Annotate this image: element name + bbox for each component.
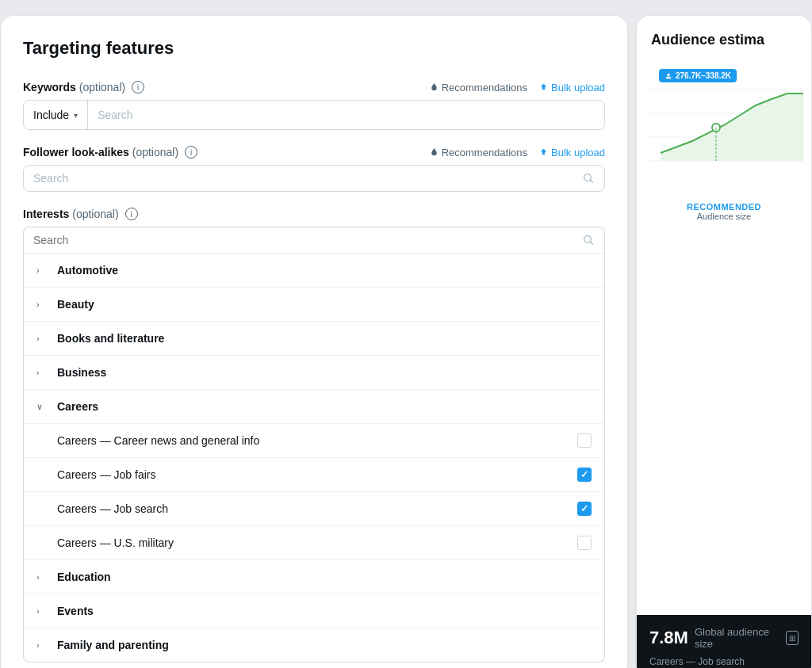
- interest-sub-name-job-fairs: Careers — Job fairs: [57, 468, 577, 481]
- tooltip-label: Global audience size: [695, 626, 779, 650]
- interests-section: Interests (optional) i: [23, 208, 605, 662]
- audience-size-label: RECOMMENDED Audience size: [637, 200, 811, 227]
- interests-optional: (optional): [72, 208, 118, 220]
- chevron-down-icon-careers: ∨: [36, 402, 48, 412]
- chevron-right-icon-3: ›: [36, 334, 48, 343]
- interest-sub-item-career-news[interactable]: Careers — Career news and general info: [24, 424, 604, 458]
- panel-title: Targeting features: [23, 38, 605, 59]
- follower-lookalikes-section: Follower look-alikes (optional) i Recomm…: [23, 146, 605, 192]
- flame-icon: [429, 82, 439, 93]
- chevron-right-icon-2: ›: [36, 300, 48, 309]
- interest-item-beauty[interactable]: › Beauty: [24, 288, 604, 322]
- chevron-right-icon-4: ›: [36, 368, 48, 377]
- interest-item-careers[interactable]: ∨ Careers: [24, 390, 604, 424]
- keywords-section: Keywords (optional) i Recommendations: [23, 81, 605, 130]
- page-container: Targeting features Keywords (optional) i: [1, 16, 811, 668]
- interest-item-automotive[interactable]: › Automotive: [24, 254, 604, 288]
- interests-search-container: [23, 227, 605, 254]
- interest-name-beauty: Beauty: [57, 298, 592, 311]
- follower-lookalikes-actions: Recommendations Bulk upload: [429, 147, 605, 158]
- tooltip-detail: Careers — Job search: [649, 656, 799, 667]
- interests-search-input[interactable]: [33, 234, 582, 246]
- interest-sub-item-job-search[interactable]: Careers — Job search: [24, 492, 604, 526]
- follower-search-input[interactable]: [33, 172, 582, 185]
- checkbox-us-military[interactable]: [577, 536, 592, 550]
- keywords-optional: (optional): [79, 81, 125, 94]
- checkbox-job-fairs[interactable]: [577, 468, 592, 482]
- right-panel-title: Audience estima: [637, 16, 811, 58]
- interest-name-family: Family and parenting: [57, 639, 592, 651]
- interests-search-icon: [582, 234, 595, 246]
- upload-icon: [538, 82, 549, 93]
- keywords-search-input[interactable]: [88, 101, 604, 129]
- interest-item-family[interactable]: › Family and parenting: [24, 628, 604, 662]
- checkbox-career-news[interactable]: [577, 433, 592, 448]
- keywords-label: Keywords (optional): [23, 81, 125, 94]
- tooltip-number: 7.8M: [649, 628, 688, 648]
- flame-icon-2: [429, 147, 439, 158]
- left-panel: Targeting features Keywords (optional) i: [1, 16, 627, 668]
- interest-item-books[interactable]: › Books and literature: [24, 322, 604, 356]
- follower-lookalikes-info-icon[interactable]: i: [185, 146, 197, 158]
- chevron-right-icon-5: ›: [36, 572, 48, 582]
- person-icon: [665, 72, 672, 80]
- interests-info-icon[interactable]: i: [125, 208, 138, 220]
- interest-sub-name-job-search: Careers — Job search: [57, 502, 577, 515]
- follower-search-box: [23, 165, 605, 192]
- interest-name-business: Business: [57, 366, 592, 379]
- chevron-right-icon: ›: [36, 265, 48, 275]
- interest-item-education[interactable]: › Education: [24, 560, 604, 594]
- interests-search-inner: [24, 227, 604, 253]
- interests-label: Interests (optional): [23, 208, 119, 220]
- interest-sub-item-job-fairs[interactable]: Careers — Job fairs: [24, 458, 604, 492]
- follower-recommendations-link[interactable]: Recommendations: [429, 147, 527, 158]
- interest-list: › Automotive › Beauty › Books and litera…: [23, 254, 605, 662]
- interests-header: Interests (optional) i: [23, 208, 605, 220]
- tooltip-audience-row: 7.8M Global audience size ⊞: [649, 626, 799, 650]
- chart-badge: 276.7K–338.2K: [659, 69, 737, 82]
- chart-area: 276.7K–338.2K: [637, 58, 811, 200]
- follower-lookalikes-header: Follower look-alikes (optional) i Recomm…: [23, 146, 605, 158]
- interest-name-education: Education: [57, 571, 592, 583]
- follower-bulk-upload-link[interactable]: Bulk upload: [538, 147, 605, 158]
- interest-name-books: Books and literature: [57, 332, 592, 345]
- chevron-right-icon-6: ›: [36, 606, 48, 616]
- follower-search-icon: [582, 172, 595, 185]
- interest-sub-item-us-military[interactable]: Careers — U.S. military: [24, 526, 604, 560]
- keywords-recommendations-link[interactable]: Recommendations: [429, 82, 527, 94]
- keywords-input-row: Include ▾: [23, 100, 605, 130]
- interest-name-automotive: Automotive: [57, 264, 592, 277]
- svg-point-2: [667, 73, 669, 75]
- right-panel: Audience estima 276.7K–338.2K: [637, 16, 811, 668]
- interest-sub-name-career-news: Careers — Career news and general info: [57, 434, 577, 447]
- interest-item-events[interactable]: › Events: [24, 594, 604, 628]
- interest-name-events: Events: [57, 605, 592, 617]
- follower-lookalikes-optional: (optional): [132, 146, 178, 158]
- keywords-info-icon[interactable]: i: [132, 81, 144, 94]
- keywords-bulk-upload-link[interactable]: Bulk upload: [538, 82, 605, 94]
- keywords-actions: Recommendations Bulk upload: [429, 82, 605, 94]
- include-dropdown[interactable]: Include ▾: [24, 101, 88, 129]
- interest-sub-name-us-military: Careers — U.S. military: [57, 536, 577, 549]
- tooltip-info-icon[interactable]: ⊞: [786, 631, 799, 645]
- interest-item-business[interactable]: › Business: [24, 356, 604, 390]
- checkbox-job-search[interactable]: [577, 502, 592, 516]
- include-chevron-icon: ▾: [74, 111, 78, 120]
- keywords-header: Keywords (optional) i Recommendations: [23, 81, 605, 94]
- interest-name-careers: Careers: [57, 400, 592, 413]
- upload-icon-2: [538, 147, 549, 158]
- tooltip-popup: 7.8M Global audience size ⊞ Careers — Jo…: [637, 615, 811, 668]
- chevron-right-icon-7: ›: [36, 640, 48, 650]
- follower-lookalikes-label: Follower look-alikes (optional): [23, 146, 178, 158]
